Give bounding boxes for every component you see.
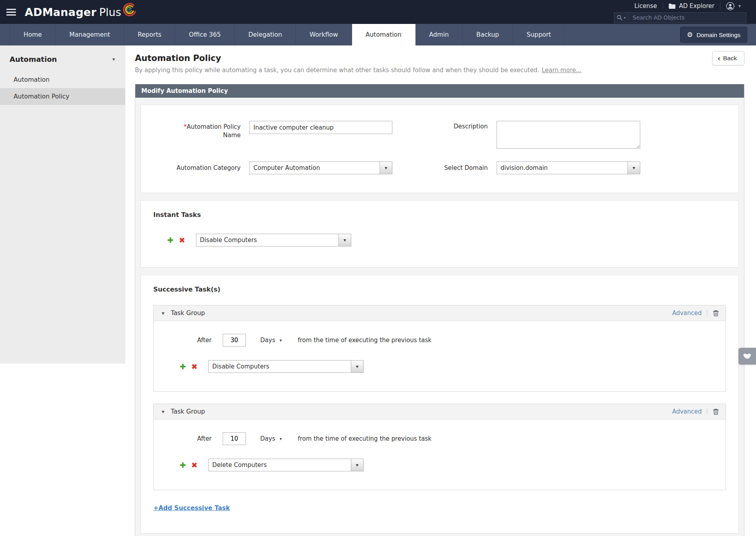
chevron-down-icon: ▾ [351, 459, 363, 471]
tab-management[interactable]: Management [56, 24, 124, 45]
chevron-down-icon: ▾ [112, 56, 115, 62]
domain-label: Select Domain [392, 164, 488, 171]
gear-icon: ⚙ [687, 31, 693, 39]
app-logo: ADManager Plus [25, 6, 137, 18]
back-label: Back [723, 55, 737, 62]
tab-workflow[interactable]: Workflow [296, 24, 352, 45]
topbar: ADManager Plus License AD Explorer [0, 0, 756, 24]
sidebar-section-label: Automation [10, 55, 57, 63]
sidebar: Automation ▾ Automation Automation Polic… [0, 45, 125, 536]
sidebar-section-automation[interactable]: Automation ▾ [0, 55, 125, 71]
brand-swoosh-icon [122, 3, 137, 17]
after-suffix-text: from the time of executing the previous … [298, 435, 431, 442]
description-label: Description [392, 121, 488, 130]
user-caret-icon: ▾ [738, 3, 741, 9]
after-label: After [197, 435, 212, 442]
tab-backup[interactable]: Backup [463, 24, 513, 45]
add-task-icon[interactable]: ✚ [180, 363, 186, 370]
user-icon [726, 2, 734, 10]
tab-support[interactable]: Support [513, 24, 565, 45]
chevron-down-icon: ▾ [279, 436, 282, 441]
page-title: Automation Policy [135, 53, 744, 63]
add-task-icon[interactable]: ✚ [167, 236, 174, 244]
policy-name-label-text: Automation Policy Name [187, 123, 241, 139]
trash-icon [712, 408, 719, 415]
remove-task-icon[interactable]: ✖ [191, 461, 198, 469]
search-input[interactable] [629, 14, 746, 21]
brand-secondary: Plus [99, 6, 121, 18]
ad-explorer-link[interactable]: AD Explorer [663, 2, 720, 10]
successive-task-row: ✚ ✖ Disable Computers ▾ [154, 360, 726, 373]
license-label: License [634, 2, 657, 10]
time-unit-dropdown[interactable]: Days ▾ [260, 337, 282, 344]
panel-header: Modify Automation Policy [135, 84, 744, 98]
main-content: Automation Policy By applying this polic… [125, 45, 756, 536]
after-days-input[interactable] [223, 432, 246, 445]
delete-task-group-button[interactable] [712, 408, 719, 415]
chevron-down-icon: ▾ [627, 162, 640, 174]
category-select[interactable]: Computer Automation ▾ [249, 162, 392, 174]
modify-automation-policy-panel: Modify Automation Policy *Automation Pol… [135, 84, 744, 536]
brand-primary: ADManager [25, 6, 97, 18]
license-link[interactable]: License [629, 2, 663, 10]
tab-office-365[interactable]: Office 365 [175, 24, 235, 45]
collapse-chevron-icon[interactable]: ▾ [162, 310, 164, 316]
sidebar-item-automation[interactable]: Automation [0, 71, 125, 88]
folder-icon [669, 3, 676, 9]
remove-task-icon[interactable]: ✖ [179, 236, 185, 244]
advanced-link[interactable]: Advanced [672, 408, 702, 415]
search-scope-button[interactable]: ▾ [614, 13, 629, 23]
search-scope-caret-icon: ▾ [623, 16, 625, 20]
ad-search: ▾ [614, 12, 746, 23]
tab-admin[interactable]: Admin [416, 24, 463, 45]
task-group-title: Task Group [171, 408, 205, 415]
delete-task-group-button[interactable] [712, 309, 719, 317]
user-menu[interactable]: ▾ [720, 2, 746, 10]
after-label: After [197, 337, 212, 344]
chevron-down-icon: ▾ [380, 162, 392, 174]
instant-task-select[interactable]: Disable Computers ▾ [196, 234, 351, 246]
category-label: Automation Category [141, 164, 241, 172]
learn-more-link[interactable]: Learn more... [542, 67, 582, 74]
divider [707, 310, 707, 316]
policy-name-input[interactable] [249, 121, 392, 134]
tab-delegation[interactable]: Delegation [235, 24, 296, 45]
time-unit-dropdown[interactable]: Days ▾ [260, 435, 282, 442]
page-subtitle: By applying this policy while automating… [135, 67, 744, 74]
sidebar-item-automation-policy[interactable]: Automation Policy [0, 88, 125, 105]
policy-form-card: *Automation Policy Name Description Auto… [141, 104, 739, 193]
description-textarea[interactable] [497, 121, 640, 149]
domain-settings-label: Domain Settings [697, 32, 740, 38]
hamburger-menu-icon[interactable] [6, 7, 16, 17]
back-button[interactable]: ‹ Back [712, 51, 744, 65]
time-unit-value: Days [260, 435, 275, 442]
add-task-icon[interactable]: ✚ [180, 461, 186, 469]
collapse-chevron-icon[interactable]: ▾ [162, 408, 164, 415]
instant-tasks-title: Instant Tasks [153, 211, 738, 219]
domain-select[interactable]: division.domain ▾ [497, 162, 640, 174]
tab-home[interactable]: Home [10, 24, 56, 45]
successive-task-select[interactable]: Disable Computers ▾ [208, 360, 364, 373]
task-group-1: ▾ Task Group Advanced [153, 305, 726, 392]
required-marker: * [184, 123, 187, 130]
domain-settings-button[interactable]: ⚙ Domain Settings [680, 27, 747, 43]
ad-explorer-label: AD Explorer [679, 2, 714, 10]
task-group-2: ▾ Task Group Advanced [153, 404, 726, 490]
advanced-link[interactable]: Advanced [672, 309, 702, 317]
after-days-input[interactable] [223, 334, 246, 347]
remove-task-icon[interactable]: ✖ [191, 363, 198, 370]
tab-reports[interactable]: Reports [124, 24, 175, 45]
chevron-down-icon: ▾ [351, 361, 363, 372]
chevron-down-icon: ▾ [338, 234, 351, 246]
page-subtitle-text: By applying this policy while automating… [135, 67, 539, 74]
divider [707, 408, 707, 415]
feedback-tab[interactable] [738, 348, 756, 365]
tab-automation[interactable]: Automation [352, 24, 416, 45]
instant-task-row: ✚ ✖ Disable Computers ▾ [141, 234, 738, 246]
successive-task-row: ✚ ✖ Delete Computers ▾ [154, 459, 726, 471]
successive-task-select-value: Disable Computers [209, 361, 351, 372]
time-unit-value: Days [260, 337, 275, 344]
add-successive-task-link[interactable]: +Add Successive Task [153, 504, 230, 512]
successive-task-select[interactable]: Delete Computers ▾ [208, 459, 364, 471]
after-suffix-text: from the time of executing the previous … [298, 337, 431, 344]
